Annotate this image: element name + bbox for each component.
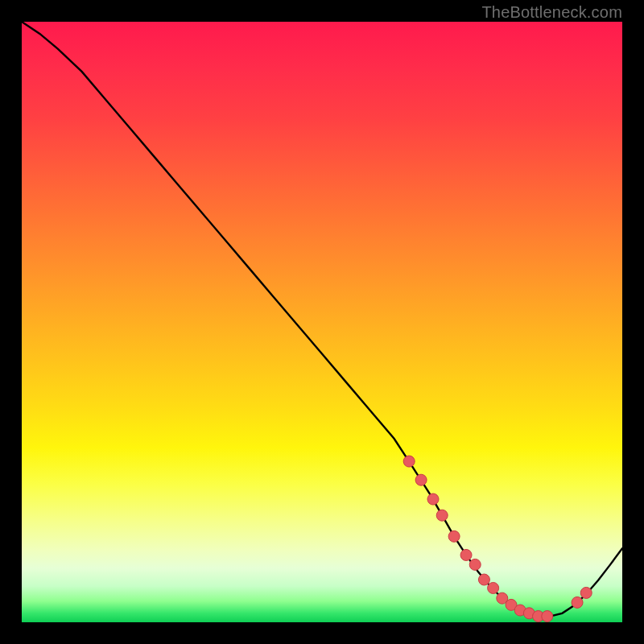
highlight-dot xyxy=(448,530,460,542)
highlight-dot xyxy=(460,549,472,560)
highlight-dot xyxy=(427,493,439,505)
watermark-text: TheBottleneck.com xyxy=(481,3,622,22)
highlight-dot xyxy=(469,559,481,570)
chart-stage: TheBottleneck.com xyxy=(0,0,644,644)
highlight-dot xyxy=(580,587,592,598)
highlight-dots xyxy=(403,456,592,621)
highlight-dot xyxy=(542,611,553,622)
highlight-dot xyxy=(436,510,448,521)
bottleneck-curve xyxy=(22,22,622,617)
highlight-dot xyxy=(572,597,583,608)
highlight-dot xyxy=(488,582,499,593)
highlight-dot xyxy=(415,474,427,485)
highlight-dot xyxy=(478,574,489,585)
highlight-dot xyxy=(403,456,415,467)
plot-area xyxy=(22,22,622,622)
plot-svg xyxy=(22,22,622,622)
